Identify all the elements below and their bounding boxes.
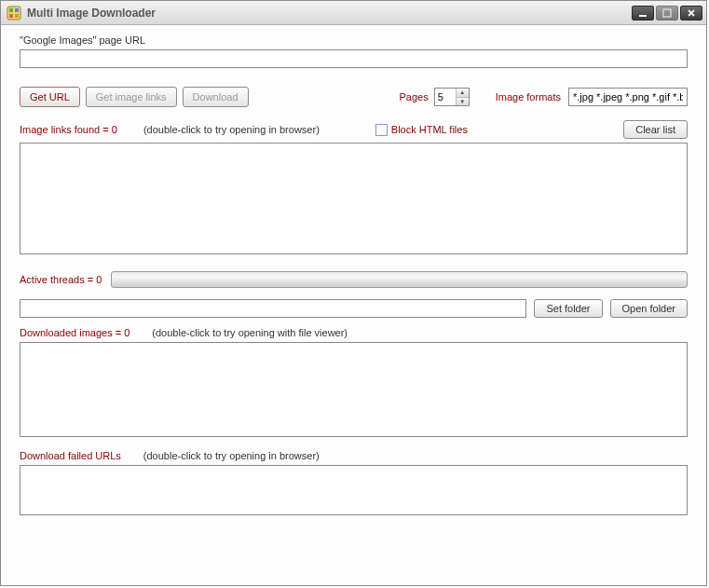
downloaded-listbox[interactable] — [20, 342, 688, 437]
close-button[interactable] — [680, 6, 702, 21]
downloaded-label: Downloaded images = 0 — [20, 327, 130, 338]
app-icon — [7, 6, 21, 21]
formats-label: Image formats — [496, 91, 561, 103]
block-html-checkbox[interactable]: Block HTML files — [375, 124, 468, 136]
folder-input[interactable] — [20, 299, 526, 318]
client-area: "Google Images" page URL Get URL Get ima… — [1, 25, 706, 585]
clear-list-button[interactable]: Clear list — [623, 120, 688, 139]
download-button[interactable]: Download — [183, 87, 249, 107]
failed-hint: (double-click to try opening in browser) — [143, 450, 320, 461]
active-threads-label: Active threads = 0 — [20, 274, 102, 285]
links-found-label: Image links found = 0 — [20, 124, 117, 135]
app-window: Multi Image Downloader "Google Images" p… — [0, 0, 707, 586]
svg-rect-3 — [9, 14, 13, 18]
pages-spin-up[interactable]: ▲ — [457, 89, 469, 97]
maximize-button[interactable] — [656, 6, 678, 21]
checkbox-box — [375, 124, 388, 136]
progress-bar — [111, 271, 688, 288]
links-listbox[interactable] — [20, 143, 688, 254]
pages-spinner[interactable]: ▲ ▼ — [434, 88, 470, 106]
block-html-label: Block HTML files — [391, 124, 468, 135]
svg-rect-6 — [663, 9, 671, 17]
links-hint: (double-click to try opening in browser) — [143, 124, 320, 135]
get-url-button[interactable]: Get URL — [20, 87, 80, 107]
set-folder-button[interactable]: Set folder — [534, 299, 602, 318]
titlebar: Multi Image Downloader — [1, 1, 706, 25]
pages-label: Pages — [399, 91, 428, 103]
get-image-links-button[interactable]: Get image links — [86, 87, 177, 107]
svg-rect-1 — [9, 8, 13, 12]
failed-listbox[interactable] — [20, 465, 688, 515]
failed-label: Download failed URLs — [20, 450, 121, 461]
formats-input[interactable] — [568, 88, 688, 106]
svg-rect-5 — [639, 15, 647, 17]
minimize-button[interactable] — [632, 6, 654, 21]
url-label: "Google Images" page URL — [20, 34, 688, 46]
pages-spin-down[interactable]: ▼ — [457, 97, 469, 106]
open-folder-button[interactable]: Open folder — [610, 299, 688, 318]
app-title: Multi Image Downloader — [27, 7, 632, 20]
pages-input[interactable] — [435, 89, 456, 105]
svg-rect-2 — [15, 8, 19, 12]
downloaded-hint: (double-click to try opening with file v… — [152, 327, 348, 338]
url-input[interactable] — [20, 49, 688, 68]
svg-rect-4 — [15, 14, 19, 18]
